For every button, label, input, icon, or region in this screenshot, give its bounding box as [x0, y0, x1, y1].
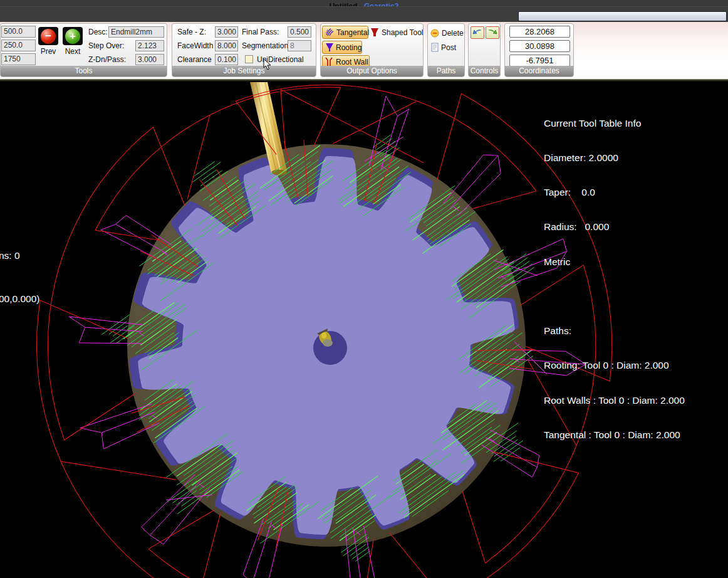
desc-field[interactable]: Endmill2mm	[108, 26, 164, 38]
safe-z-label: Safe - Z:	[177, 28, 206, 36]
shaped-tool-button[interactable]: Shaped Tool	[370, 26, 424, 39]
window-title: Untitled -	[330, 2, 364, 6]
job-settings-group-caption: Job Settings	[172, 66, 316, 76]
tool-info-spacer	[544, 291, 685, 302]
top-scrollbar[interactable]	[518, 11, 727, 21]
rotate-right-button[interactable]	[486, 26, 499, 39]
tangental-label: Tangental	[336, 28, 369, 37]
tool-info-radius: Radius: 0.000	[544, 221, 685, 233]
paths-rooting-line: Rooting: Tool 0 : Diam: 2.000	[544, 360, 685, 371]
delete-minus-icon	[430, 29, 439, 38]
paths-heading: Paths:	[544, 325, 685, 337]
safe-z-field[interactable]: 3.000	[215, 26, 238, 38]
step-over-label: Step Over:	[88, 41, 124, 50]
facewidth-label: FaceWidth	[177, 41, 213, 50]
position-readout: 00,0.000)	[0, 292, 40, 306]
unidirectional-label: UniDirectional	[257, 55, 304, 64]
tool-info-taper: Taper: 0.0	[544, 187, 685, 198]
segmentation-label: Segmentation	[242, 41, 288, 50]
rooting-label: Rooting	[336, 43, 361, 52]
segmentation-field[interactable]: 8	[288, 40, 311, 51]
tool-info-diameter: Diameter: 2.0000	[544, 152, 685, 164]
ribbon-toolbar: 500.0 250.0 1750 − Prev + Next Desc: End…	[0, 22, 728, 79]
shaped-tool-funnel-icon	[370, 28, 379, 38]
toolbar-group-output-options: Tangental Shaped Tool Rooting Root Wall …	[320, 23, 424, 77]
paths-root-walls-line: Root Walls : Tool 0 : Diam: 2.000	[544, 395, 685, 406]
green-arrow-icon	[487, 29, 497, 37]
z-dn-pass-label: Z-Dn/Pass:	[88, 55, 126, 64]
next-tool-label: Next	[63, 47, 83, 56]
delete-path-button[interactable]: Delete	[430, 26, 464, 39]
clearance-field[interactable]: 0.100	[215, 54, 238, 65]
tangental-swirl-icon	[325, 28, 335, 37]
rotate-left-button[interactable]	[471, 26, 484, 39]
delete-path-label: Delete	[442, 29, 464, 38]
post-document-icon	[431, 43, 439, 52]
tool-speed-field[interactable]: 500.0	[1, 26, 36, 38]
tangental-button[interactable]: Tangental	[322, 26, 368, 39]
paths-tangental-line: Tangental : Tool 0 : Diam: 2.000	[544, 429, 685, 441]
tools-group-caption: Tools	[1, 66, 167, 76]
next-tool-button[interactable]: +	[63, 27, 83, 45]
output-options-group-caption: Output Options	[321, 66, 423, 76]
controls-group-caption: Controls	[469, 66, 500, 76]
desc-label: Desc:	[88, 28, 108, 36]
paths-group-caption: Paths	[428, 66, 464, 76]
coordinate-y-field[interactable]: 30.0898	[509, 40, 570, 52]
coordinates-group-caption: Coordinates	[505, 66, 573, 76]
root-wall-label: Root Wall	[336, 58, 368, 66]
coordinate-z-field[interactable]: -6.7951	[509, 55, 570, 66]
unidirectional-checkbox[interactable]	[245, 55, 253, 63]
rotations-readout: ns: 0	[0, 248, 40, 263]
menu-strip	[0, 6, 728, 23]
tool-rpm-field[interactable]: 1750	[1, 53, 36, 65]
tool-info-units: Metric	[544, 256, 685, 268]
plus-sphere-icon: +	[65, 29, 80, 44]
post-button[interactable]: Post	[431, 41, 456, 54]
tool-info-title: Current Tool Table Info	[544, 118, 685, 129]
toolbar-group-paths: Delete Post Paths	[427, 23, 465, 77]
final-pass-field[interactable]: 0.500	[288, 26, 311, 38]
gearotic-app-window: { "window": { "title_left": "Untitled - …	[0, 0, 728, 578]
tool-feed-field[interactable]: 250.0	[1, 39, 36, 51]
minus-sphere-icon: −	[41, 29, 56, 44]
facewidth-field[interactable]: 8.000	[215, 40, 238, 51]
final-pass-label: Final Pass:	[242, 28, 279, 36]
shaped-tool-label: Shaped Tool	[382, 28, 424, 37]
post-label: Post	[441, 43, 456, 52]
step-over-field[interactable]: 2.123	[135, 40, 164, 51]
blue-arrow-icon	[472, 29, 482, 37]
title-bar[interactable]: Untitled - Gearotic2	[0, 0, 728, 6]
clearance-label: Clearance	[177, 55, 212, 64]
toolbar-group-controls: Controls	[468, 23, 501, 77]
toolbar-group-tools: 500.0 250.0 1750 − Prev + Next Desc: End…	[0, 23, 167, 77]
toolbar-group-job-settings: Safe - Z: 3.000 FaceWidth 8.000 Clearanc…	[172, 23, 316, 77]
z-dn-pass-field[interactable]: 3.000	[135, 54, 164, 65]
viewport-3d[interactable]: ns: 0 00,0.000) Current Tool Table Info …	[0, 82, 728, 578]
status-overlay: ns: 0 00,0.000)	[0, 219, 40, 335]
coordinate-x-field[interactable]: 28.2068	[509, 26, 570, 38]
window-title-app: Gearotic2	[364, 2, 398, 6]
rooting-funnel-icon	[325, 43, 334, 52]
prev-tool-button[interactable]: −	[38, 27, 58, 45]
root-wall-icon	[325, 57, 334, 66]
rooting-button[interactable]: Rooting	[322, 41, 362, 54]
tool-table-info-overlay: Current Tool Table Info Diameter: 2.0000…	[544, 95, 685, 464]
toolbar-group-coordinates: 28.2068 30.0898 -6.7951 Coordinates	[504, 23, 574, 77]
prev-tool-label: Prev	[38, 47, 58, 56]
